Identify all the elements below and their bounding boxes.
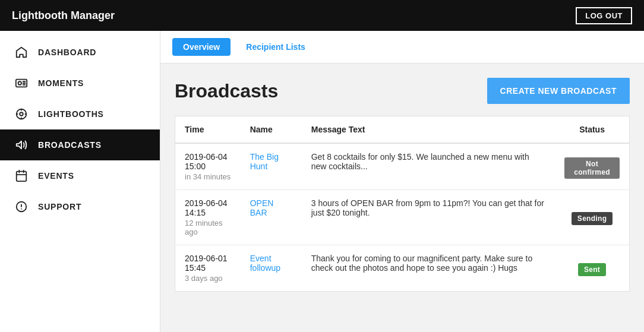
table-row: 2019-06-01 15:45 3 days ago Event follow… xyxy=(175,245,629,292)
main-content: Overview Recipient Lists Broadcasts CREA… xyxy=(160,31,644,332)
svg-point-3 xyxy=(20,112,23,116)
cell-time-0: 2019-06-04 15:00 in 34 minutes xyxy=(175,143,241,190)
broadcast-name-link-1[interactable]: OPEN BAR xyxy=(250,198,274,217)
support-icon xyxy=(14,200,29,214)
broadcast-name-link-0[interactable]: The Big Hunt xyxy=(250,152,279,171)
cell-status-1: Sending xyxy=(555,190,629,245)
status-badge-2: Sent xyxy=(578,263,606,276)
status-badge-1: Sending xyxy=(572,212,613,225)
cell-message-2: Thank you for coming to our magnificent … xyxy=(302,245,555,292)
logout-button[interactable]: LOG OUT xyxy=(576,7,632,24)
header: Lightbooth Manager LOG OUT xyxy=(0,0,644,31)
moments-icon xyxy=(14,76,29,90)
col-name: Name xyxy=(241,116,302,143)
circle-gear-icon xyxy=(14,107,29,121)
broadcasts-content: Broadcasts CREATE NEW BROADCAST Time Nam… xyxy=(160,64,644,292)
svg-rect-4 xyxy=(17,172,27,182)
col-message: Message Text xyxy=(302,116,555,143)
broadcast-name-link-2[interactable]: Event followup xyxy=(250,254,280,273)
sidebar: DASHBOARD MOMENTS LIGHTBOOTHS BROADCASTS xyxy=(0,31,160,332)
app-title: Lightbooth Manager xyxy=(12,10,115,22)
tab-recipient-lists[interactable]: Recipient Lists xyxy=(235,38,316,56)
cell-status-2: Sent xyxy=(555,245,629,292)
sidebar-item-moments[interactable]: MOMENTS xyxy=(0,68,160,99)
svg-point-1 xyxy=(18,81,22,85)
sidebar-item-lightbooths[interactable]: LIGHTBOOTHS xyxy=(0,99,160,129)
cell-name-0: The Big Hunt xyxy=(241,143,302,190)
sidebar-item-support[interactable]: SUPPORT xyxy=(0,191,160,222)
col-status: Status xyxy=(555,116,629,143)
col-time: Time xyxy=(175,116,241,143)
table-row: 2019-06-04 15:00 in 34 minutes The Big H… xyxy=(175,143,629,190)
cell-name-1: OPEN BAR xyxy=(241,190,302,245)
create-broadcast-button[interactable]: CREATE NEW BROADCAST xyxy=(487,78,630,104)
status-badge-0: Not confirmed xyxy=(564,157,620,179)
cell-message-1: 3 hours of OPEN BAR from 9pm to 11pm?! Y… xyxy=(302,190,555,245)
cell-name-2: Event followup xyxy=(241,245,302,292)
cell-time-2: 2019-06-01 15:45 3 days ago xyxy=(175,245,241,292)
sidebar-item-dashboard[interactable]: DASHBOARD xyxy=(0,37,160,68)
sidebar-item-events[interactable]: EVENTS xyxy=(0,160,160,191)
tab-overview[interactable]: Overview xyxy=(172,38,231,56)
cell-status-0: Not confirmed xyxy=(555,143,629,190)
sidebar-item-broadcasts[interactable]: BROADCASTS xyxy=(0,129,160,160)
content-header: Broadcasts CREATE NEW BROADCAST xyxy=(175,78,630,104)
broadcasts-table: Time Name Message Text Status 2019-06-04… xyxy=(175,116,629,291)
calendar-icon xyxy=(14,169,29,183)
table-header-row: Time Name Message Text Status xyxy=(175,116,629,143)
broadcasts-table-container: Time Name Message Text Status 2019-06-04… xyxy=(175,116,630,292)
tabs-bar: Overview Recipient Lists xyxy=(160,31,644,64)
home-icon xyxy=(14,45,29,59)
megaphone-icon xyxy=(14,138,29,152)
page-title: Broadcasts xyxy=(175,80,278,102)
table-row: 2019-06-04 14:15 12 minutes ago OPEN BAR… xyxy=(175,190,629,245)
cell-time-1: 2019-06-04 14:15 12 minutes ago xyxy=(175,190,241,245)
cell-message-0: Get 8 cocktails for only $15. We launche… xyxy=(302,143,555,190)
